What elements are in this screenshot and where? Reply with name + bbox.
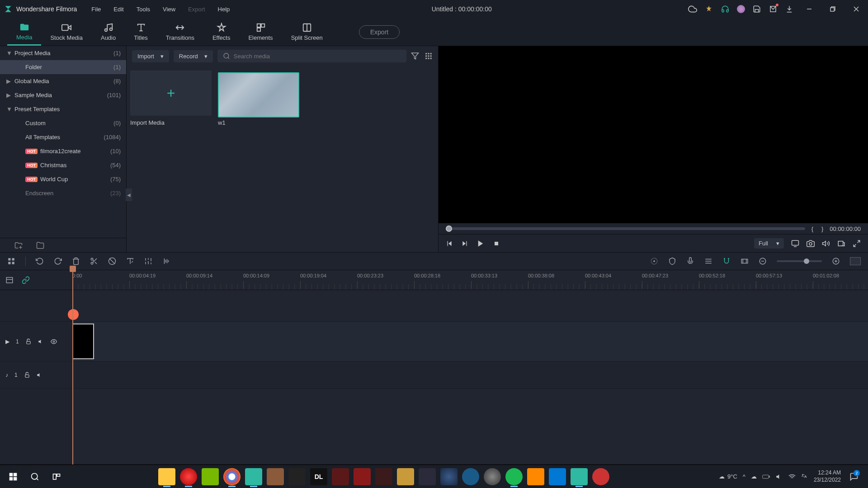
taskbar-app[interactable]: [202, 468, 219, 485]
sidebar-item-world-cup[interactable]: HOTWorld Cup(75): [0, 172, 126, 186]
lock-icon[interactable]: [24, 372, 30, 378]
taskbar-app[interactable]: [419, 468, 436, 485]
audio-adjust-icon[interactable]: [162, 257, 170, 265]
taskbar-app[interactable]: [549, 468, 566, 485]
menu-view[interactable]: View: [157, 4, 181, 14]
grid-tools-icon[interactable]: [7, 257, 15, 265]
search-input[interactable]: [234, 53, 401, 60]
video-track-body[interactable]: [72, 322, 868, 361]
video-track[interactable]: ▶ 1: [0, 322, 868, 361]
taskbar-app-filmora[interactable]: [245, 468, 262, 485]
taskbar-clock[interactable]: 12:24 AM 23/12/2022: [814, 469, 841, 483]
next-frame-button[interactable]: [461, 240, 468, 247]
zoom-fit-button[interactable]: [850, 257, 861, 265]
collapse-handle[interactable]: ◀: [126, 188, 132, 201]
preview-viewport[interactable]: [439, 46, 868, 223]
taskbar-app-vlc[interactable]: [527, 468, 544, 485]
tab-titles[interactable]: Titles: [125, 19, 157, 45]
scrub-track[interactable]: [446, 227, 805, 230]
stop-button[interactable]: [493, 240, 500, 247]
menu-export[interactable]: Export: [183, 4, 211, 14]
menu-edit[interactable]: Edit: [108, 4, 129, 14]
crop-icon[interactable]: [108, 257, 116, 265]
timeline-clip[interactable]: [72, 324, 94, 359]
tray-chevron-icon[interactable]: ^: [743, 473, 745, 480]
maximize-button[interactable]: [825, 0, 841, 18]
audio-track[interactable]: ♪ 1: [0, 361, 868, 389]
sidebar-item-custom[interactable]: Custom(0): [0, 116, 126, 130]
taskbar-app[interactable]: [462, 468, 479, 485]
mute-icon[interactable]: [38, 338, 44, 345]
task-view-button[interactable]: [47, 467, 66, 486]
tab-split-screen[interactable]: Split Screen: [282, 19, 332, 45]
sidebar-item-project-media[interactable]: ▼Project Media(1): [0, 46, 126, 60]
snapshot-icon[interactable]: [807, 239, 815, 248]
tray-language-icon[interactable]: [801, 473, 808, 480]
split-button[interactable]: [90, 257, 98, 265]
import-dropdown[interactable]: Import▾: [132, 50, 169, 62]
marker-icon[interactable]: [668, 257, 676, 265]
sidebar-item-filmora12create[interactable]: HOTfilmora12create(10): [0, 144, 126, 158]
voiceover-icon[interactable]: [686, 257, 694, 265]
taskbar-app-filmora-active[interactable]: [571, 468, 588, 485]
tray-onedrive-icon[interactable]: ☁: [751, 473, 757, 480]
delete-button[interactable]: [72, 257, 80, 265]
minimize-button[interactable]: [801, 0, 817, 18]
taskbar-app[interactable]: [375, 468, 392, 485]
audio-track-body[interactable]: [72, 361, 868, 388]
zoom-in-button[interactable]: [832, 257, 840, 265]
tab-transitions[interactable]: Transitions: [157, 19, 203, 45]
tray-wifi-icon[interactable]: [788, 473, 796, 480]
tab-stock-media[interactable]: Stock Media: [41, 19, 92, 45]
undo-button[interactable]: [36, 257, 44, 265]
tray-volume-icon[interactable]: [776, 473, 783, 480]
search-button[interactable]: [25, 467, 44, 486]
sidebar-item-christmas[interactable]: HOTChristmas(54): [0, 158, 126, 172]
folder-icon[interactable]: [36, 241, 44, 249]
taskbar-app[interactable]: DL: [310, 468, 327, 485]
lock-icon[interactable]: [25, 338, 32, 345]
taskbar-app-spotify[interactable]: [505, 468, 523, 485]
sidebar-item-folder[interactable]: Folder(1): [0, 60, 126, 74]
clip-thumbnail[interactable]: w1: [218, 70, 299, 126]
magnetic-icon[interactable]: [722, 257, 731, 265]
render-icon[interactable]: [650, 257, 658, 265]
notification-button[interactable]: 2: [846, 467, 862, 486]
export-button[interactable]: Export: [359, 25, 400, 39]
weather-widget[interactable]: ☁ 9°C: [719, 473, 737, 480]
taskbar-app-chrome[interactable]: [223, 468, 241, 485]
cloud-icon[interactable]: [688, 5, 697, 14]
taskbar-app[interactable]: [267, 468, 284, 485]
menu-help[interactable]: Help: [212, 4, 236, 14]
tray-battery-icon[interactable]: [762, 474, 770, 480]
record-dropdown[interactable]: Record▾: [174, 50, 213, 62]
taskbar-app[interactable]: [484, 468, 501, 485]
playhead[interactable]: [72, 270, 73, 465]
mixer-icon[interactable]: [704, 257, 712, 265]
filter-icon[interactable]: [411, 52, 419, 60]
save-icon[interactable]: [752, 5, 761, 14]
taskbar-app[interactable]: [354, 468, 371, 485]
text-tool-icon[interactable]: [126, 257, 134, 265]
sidebar-item-all-templates[interactable]: All Templates(1084): [0, 130, 126, 144]
zoom-slider[interactable]: [777, 260, 822, 262]
export-frame-icon[interactable]: [837, 239, 845, 248]
taskbar-app[interactable]: [332, 468, 349, 485]
close-button[interactable]: [848, 0, 864, 18]
zoom-out-button[interactable]: [759, 257, 767, 265]
play-button[interactable]: [476, 239, 485, 248]
support-icon[interactable]: [721, 5, 730, 14]
redo-button[interactable]: [54, 257, 62, 265]
tips-icon[interactable]: [704, 5, 713, 14]
volume-icon[interactable]: [822, 239, 830, 248]
start-button[interactable]: [4, 467, 23, 486]
import-thumbnail[interactable]: + Import Media: [130, 70, 212, 126]
display-icon[interactable]: [791, 239, 799, 248]
fit-icon[interactable]: [741, 257, 749, 265]
out-point-button[interactable]: }: [820, 225, 825, 232]
taskbar-app[interactable]: [288, 468, 306, 485]
tab-effects[interactable]: Effects: [203, 19, 240, 45]
taskbar-app[interactable]: [397, 468, 414, 485]
sidebar-item-global-media[interactable]: ▶Global Media(8): [0, 74, 126, 88]
quality-dropdown[interactable]: Full▾: [754, 238, 784, 249]
